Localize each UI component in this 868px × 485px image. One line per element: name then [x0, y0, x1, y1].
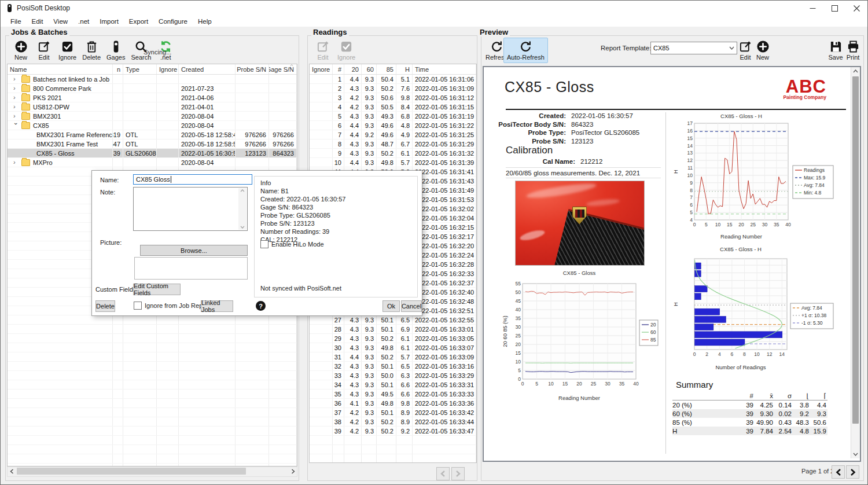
jobs-column-header[interactable]: Name: [8, 64, 113, 74]
readings-toolbar-edit-button[interactable]: Edit: [311, 38, 334, 63]
collapse-icon[interactable]: ›: [13, 123, 19, 128]
jobs-row[interactable]: ›US812-DPW2021-04-01: [8, 102, 297, 112]
enable-hilo-checkbox[interactable]: Enable HiLo Mode: [260, 240, 324, 248]
scroll-right-icon[interactable]: [289, 467, 297, 475]
close-button[interactable]: [845, 1, 867, 16]
jobs-toolbar-ignore-button[interactable]: Ignore: [56, 38, 79, 63]
scroll-left-icon[interactable]: [8, 467, 16, 475]
jobs-toolbar-new-button[interactable]: New: [9, 38, 32, 63]
expand-icon[interactable]: ›: [13, 160, 19, 165]
menu-help[interactable]: Help: [193, 17, 217, 26]
reading-row[interactable]: 304.39.349.86.12022-01-05 16:33:07: [310, 343, 476, 352]
reading-row[interactable]: 34.29.350.69.82022-01-05 16:31:12: [310, 93, 476, 102]
reading-row[interactable]: 344.39.350.16.62022-01-05 16:33:31: [310, 380, 476, 390]
jobs-row[interactable]: ›MXPro2020-08-04: [8, 158, 297, 167]
jobs-row[interactable]: ›Batches not linked to a Job: [8, 75, 297, 84]
jobs-row[interactable]: ›800 Commerce Park2021-07-23: [8, 84, 297, 93]
reading-row[interactable]: 24.39.350.27.62022-01-05 16:31:09: [310, 84, 476, 93]
readings-column-header[interactable]: Time: [413, 64, 476, 74]
menu-file[interactable]: File: [5, 17, 27, 26]
scroll-up-icon[interactable]: [240, 189, 245, 192]
readings-table-header[interactable]: Ignore#206085HTime: [310, 64, 476, 75]
linked-jobs-button[interactable]: Linked Jobs: [201, 300, 233, 312]
reading-row[interactable]: 84.39.348.76.72022-01-05 16:31:29: [310, 139, 476, 149]
note-scrollbar[interactable]: [238, 188, 247, 230]
reading-row[interactable]: 74.49.249.64.92022-01-05 16:31:25: [310, 130, 476, 139]
reading-row[interactable]: 44.29.350.58.42022-01-05 16:31:15: [310, 102, 476, 112]
reading-row[interactable]: 104.49.349.85.72022-01-05 16:31:39: [310, 158, 476, 167]
preview-vertical-scrollbar[interactable]: [851, 67, 860, 458]
readings-column-header[interactable]: #: [333, 64, 344, 74]
jobs-row[interactable]: BMX2301 Frame Reference819OTL2020-05-18 …: [8, 130, 297, 139]
scroll-down-icon[interactable]: [240, 226, 245, 229]
jobs-column-header[interactable]: Gage S/N: [269, 64, 297, 74]
ok-button[interactable]: Ok: [382, 300, 400, 312]
jobs-row[interactable]: CX85 - Gloss39GLS2060852022-01-05 16:30:…: [8, 149, 297, 158]
jobs-column-header[interactable]: Ignore: [157, 64, 179, 74]
reading-row[interactable]: 334.39.350.06.32022-01-05 16:33:29: [310, 371, 476, 380]
menu-export[interactable]: Export: [124, 17, 153, 26]
maximize-button[interactable]: [823, 1, 845, 16]
help-button[interactable]: ?: [256, 301, 266, 311]
print-button[interactable]: Print: [841, 38, 865, 63]
jobs-horizontal-scrollbar[interactable]: [7, 466, 297, 477]
reading-row[interactable]: 284.39.350.16.92022-01-05 16:33:01: [310, 325, 476, 334]
expand-icon[interactable]: ›: [13, 104, 19, 109]
readings-column-header[interactable]: H: [396, 64, 413, 74]
jobs-table-header[interactable]: NamenTypeIgnoreCreatedProbe S/NGage S/N: [8, 64, 297, 75]
menu-configure[interactable]: Configure: [153, 17, 193, 26]
reading-row[interactable]: 94.39.350.26.12022-01-05 16:31:32: [310, 149, 476, 158]
minimize-button[interactable]: [801, 1, 823, 16]
reading-row[interactable]: 64.49.349.64.82022-01-05 16:31:22: [310, 121, 476, 130]
note-field[interactable]: [133, 187, 248, 231]
preview-scroll-thumb[interactable]: [852, 76, 859, 424]
template-new-button[interactable]: New: [751, 38, 774, 63]
scroll-up-icon[interactable]: [851, 67, 859, 75]
expand-icon[interactable]: ›: [13, 95, 19, 100]
prev-page-button[interactable]: [832, 465, 845, 479]
menu-net[interactable]: .net: [73, 17, 94, 26]
readings-column-header[interactable]: 85: [377, 64, 396, 74]
reading-row[interactable]: 324.39.350.16.52022-01-05 16:33:16: [310, 362, 476, 371]
expand-icon[interactable]: ›: [13, 86, 19, 91]
reading-row[interactable]: 294.39.350.26.12022-01-05 16:33:05: [310, 334, 476, 343]
jobs-toolbar-edit-button[interactable]: Edit: [32, 38, 56, 63]
reading-row[interactable]: 354.39.349.56.62022-01-05 16:33:33: [310, 390, 476, 399]
jobs-column-header[interactable]: Created: [179, 64, 236, 74]
scroll-down-icon[interactable]: [851, 450, 859, 458]
reading-row[interactable]: 394.29.350.29.22022-01-05 16:33:47: [310, 427, 476, 436]
reading-row[interactable]: 274.39.350.16.52022-01-05 16:32:55: [310, 315, 476, 325]
jobs-row[interactable]: ›BMX23012020-08-04: [8, 112, 297, 121]
jobs-column-header[interactable]: Type: [123, 64, 157, 74]
jobs-row[interactable]: ›CX852020-08-04: [8, 121, 297, 130]
expand-icon[interactable]: ›: [13, 76, 19, 82]
jobs-toolbar-gages-button[interactable]: Gages: [104, 38, 128, 63]
jobs-column-header[interactable]: Probe S/N: [236, 64, 269, 74]
readings-column-header[interactable]: 20: [344, 64, 362, 74]
jobs-toolbar-delete-button[interactable]: Delete: [79, 38, 104, 63]
readings-next-page-button[interactable]: [451, 467, 465, 480]
jobs-row[interactable]: BMX2301 Frame Test547OTL2020-05-18 12:58…: [8, 139, 297, 149]
edit-custom-fields-button[interactable]: Edit Custom Fields: [133, 284, 181, 295]
readings-prev-page-button[interactable]: [436, 467, 450, 480]
readings-column-header[interactable]: Ignore: [310, 64, 333, 74]
menu-edit[interactable]: Edit: [27, 17, 49, 26]
auto-refresh-button[interactable]: Auto-Refresh: [503, 38, 548, 63]
reading-row[interactable]: 374.29.350.18.92022-01-05 16:33:42: [310, 408, 476, 417]
cancel-button[interactable]: Cancel: [401, 300, 422, 312]
menu-view[interactable]: View: [48, 17, 73, 26]
expand-icon[interactable]: ›: [13, 113, 19, 119]
browse-button[interactable]: Browse...: [140, 245, 248, 256]
next-page-button[interactable]: [846, 465, 859, 479]
jobs-row[interactable]: ›PKS 20212021-04-06: [8, 93, 297, 102]
reading-row[interactable]: 54.39.349.36.82022-01-05 16:31:19: [310, 112, 476, 121]
reading-row[interactable]: 364.19.349.89.82022-01-05 16:33:36: [310, 399, 476, 408]
reading-row[interactable]: 384.29.350.28.92022-01-05 16:33:44: [310, 417, 476, 427]
jobs-scroll-thumb[interactable]: [17, 468, 246, 475]
menu-import[interactable]: Import: [94, 17, 124, 26]
readings-column-header[interactable]: 60: [362, 64, 377, 74]
reading-row[interactable]: 14.49.350.45.12022-01-05 16:31:06: [310, 75, 476, 84]
delete-button[interactable]: Delete: [95, 300, 115, 312]
readings-toolbar-ignore-button[interactable]: Ignore: [334, 38, 358, 63]
ignore-from-job-report-checkbox[interactable]: Ignore from Job Report: [134, 302, 210, 310]
